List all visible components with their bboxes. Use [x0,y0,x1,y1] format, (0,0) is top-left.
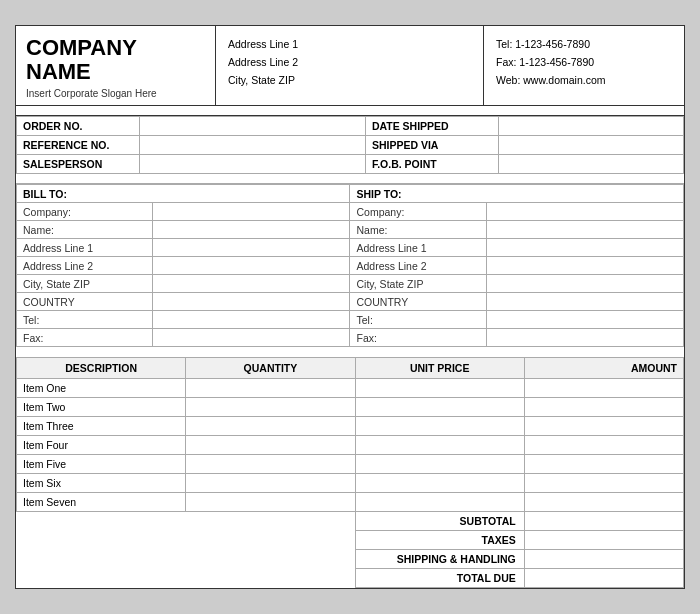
taxes-label: TAXES [355,531,524,550]
item-qty-3[interactable] [186,436,355,455]
bill-fax-label: Fax: [17,329,153,347]
ship-addr2-value[interactable] [486,257,683,275]
bill-tel-value[interactable] [153,311,350,329]
date-shipped-label: DATE SHIPPED [365,117,498,136]
address-section: Address Line 1 Address Line 2 City, Stat… [216,26,484,105]
item-amount-5[interactable] [524,474,683,493]
item-amount-3[interactable] [524,436,683,455]
item-desc-0[interactable]: Item One [17,379,186,398]
bill-addr1-value[interactable] [153,239,350,257]
item-desc-3[interactable]: Item Four [17,436,186,455]
item-price-3[interactable] [355,436,524,455]
bill-addr2-value[interactable] [153,257,350,275]
bill-tel-label: Tel: [17,311,153,329]
item-amount-1[interactable] [524,398,683,417]
fob-point-value[interactable] [499,155,684,174]
address-city: City, State ZIP [228,72,471,90]
contact-fax: Fax: 1-123-456-7890 [496,54,672,72]
col-quantity: QUANTITY [186,358,355,379]
col-description: DESCRIPTION [17,358,186,379]
header: COMPANY NAME Insert Corporate Slogan Her… [16,26,684,106]
total-value[interactable] [524,569,683,588]
invoice-page: COMPANY NAME Insert Corporate Slogan Her… [15,25,685,589]
order-no-label: ORDER NO. [17,117,140,136]
spacer-2 [16,174,684,184]
item-desc-6[interactable]: Item Seven [17,493,186,512]
ship-to-header: SHIP TO: [350,185,684,203]
item-amount-4[interactable] [524,455,683,474]
item-desc-1[interactable]: Item Two [17,398,186,417]
ship-company-label: Company: [350,203,486,221]
ship-addr1-value[interactable] [486,239,683,257]
date-shipped-value[interactable] [499,117,684,136]
item-price-0[interactable] [355,379,524,398]
ship-addr1-label: Address Line 1 [350,239,486,257]
shipping-value[interactable] [524,550,683,569]
bill-company-value[interactable] [153,203,350,221]
item-price-1[interactable] [355,398,524,417]
ship-country-label: COUNTRY [350,293,486,311]
table-row: Item Seven [17,493,684,512]
contact-web: Web: www.domain.com [496,72,672,90]
table-row: Item Four [17,436,684,455]
item-amount-0[interactable] [524,379,683,398]
subtotal-label: SUBTOTAL [355,512,524,531]
table-row: Item Five [17,455,684,474]
item-qty-2[interactable] [186,417,355,436]
shipped-via-value[interactable] [499,136,684,155]
item-desc-4[interactable]: Item Five [17,455,186,474]
item-qty-4[interactable] [186,455,355,474]
item-qty-5[interactable] [186,474,355,493]
bill-name-value[interactable] [153,221,350,239]
bill-country-value[interactable] [153,293,350,311]
company-slogan: Insert Corporate Slogan Here [26,88,205,99]
item-qty-0[interactable] [186,379,355,398]
table-row: Item Three [17,417,684,436]
bill-addr2-label: Address Line 2 [17,257,153,275]
ship-city-label: City, State ZIP [350,275,486,293]
item-price-2[interactable] [355,417,524,436]
bill-company-label: Company: [17,203,153,221]
ship-name-label: Name: [350,221,486,239]
salesperson-value[interactable] [140,155,366,174]
bill-city-value[interactable] [153,275,350,293]
ship-tel-value[interactable] [486,311,683,329]
item-desc-2[interactable]: Item Three [17,417,186,436]
contact-tel: Tel: 1-123-456-7890 [496,36,672,54]
item-qty-6[interactable] [186,493,355,512]
item-desc-5[interactable]: Item Six [17,474,186,493]
order-no-value[interactable] [140,117,366,136]
subtotal-value[interactable] [524,512,683,531]
bill-city-label: City, State ZIP [17,275,153,293]
reference-no-value[interactable] [140,136,366,155]
bill-name-label: Name: [17,221,153,239]
company-name: COMPANY NAME [26,36,205,84]
spacer-3 [16,347,684,357]
total-label: TOTAL DUE [355,569,524,588]
spacer-1 [16,106,684,116]
address-line2: Address Line 2 [228,54,471,72]
shipped-via-label: SHIPPED VIA [365,136,498,155]
item-amount-6[interactable] [524,493,683,512]
salesperson-label: SALESPERSON [17,155,140,174]
ship-company-value[interactable] [486,203,683,221]
ship-fax-value[interactable] [486,329,683,347]
ship-country-value[interactable] [486,293,683,311]
reference-no-label: REFERENCE NO. [17,136,140,155]
fob-point-label: F.O.B. POINT [365,155,498,174]
contact-section: Tel: 1-123-456-7890 Fax: 1-123-456-7890 … [484,26,684,105]
item-qty-1[interactable] [186,398,355,417]
item-price-4[interactable] [355,455,524,474]
ship-tel-label: Tel: [350,311,486,329]
address-line1: Address Line 1 [228,36,471,54]
item-amount-2[interactable] [524,417,683,436]
ship-name-value[interactable] [486,221,683,239]
ship-city-value[interactable] [486,275,683,293]
shipping-label: SHIPPING & HANDLING [355,550,524,569]
item-price-5[interactable] [355,474,524,493]
taxes-value[interactable] [524,531,683,550]
logo-section: COMPANY NAME Insert Corporate Slogan Her… [16,26,216,105]
bill-fax-value[interactable] [153,329,350,347]
bill-to-header: BILL TO: [17,185,350,203]
item-price-6[interactable] [355,493,524,512]
